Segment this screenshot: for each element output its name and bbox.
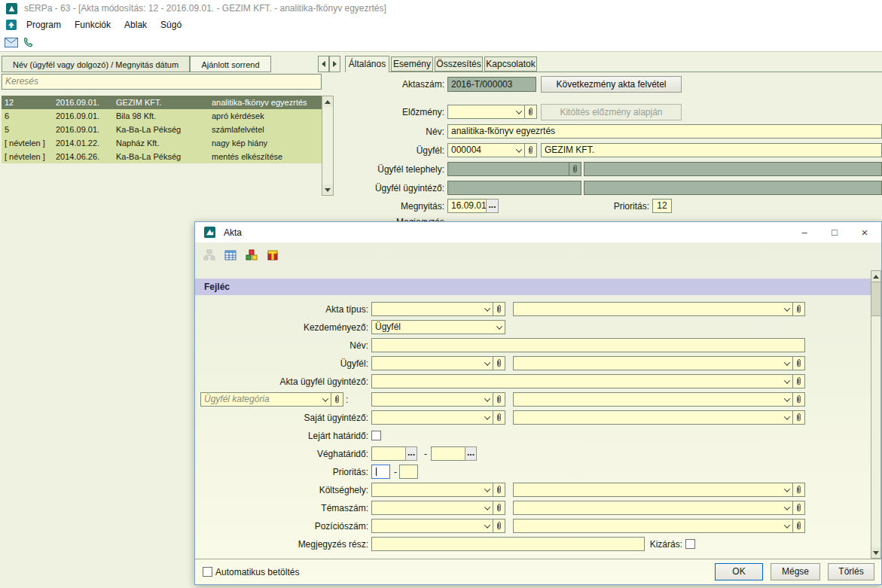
menu-item-program[interactable]: Program xyxy=(20,17,68,33)
chevron-down-icon[interactable] xyxy=(781,357,792,370)
paperclip-icon[interactable] xyxy=(493,393,505,406)
chevron-down-icon[interactable] xyxy=(481,501,493,514)
paperclip-icon[interactable] xyxy=(524,105,536,118)
paperclip-icon[interactable] xyxy=(792,357,804,370)
chevron-down-icon[interactable] xyxy=(319,393,331,406)
paperclip-icon[interactable] xyxy=(792,501,804,514)
ugyfel-code-combo[interactable] xyxy=(371,356,505,370)
paperclip-icon[interactable] xyxy=(493,357,505,370)
package-icon[interactable] xyxy=(264,248,281,263)
scroll-down-button[interactable] xyxy=(322,184,333,195)
megse-button[interactable]: Mégse xyxy=(771,563,820,580)
chevron-down-icon[interactable] xyxy=(481,357,493,370)
kovetkezmeny-akta-button[interactable]: Következmény akta felvétel xyxy=(541,76,682,93)
cubes-icon[interactable] xyxy=(243,248,260,263)
list-item[interactable]: [ névtelen ] 2014.01.22. Napház Kft. nag… xyxy=(2,136,322,150)
close-button[interactable]: × xyxy=(850,222,880,242)
megjegyzes-resz-field[interactable] xyxy=(371,537,645,551)
elozmeny-combo[interactable] xyxy=(447,105,537,119)
kezdemenyezo-combo[interactable]: Ügyfél xyxy=(371,320,505,334)
ugyfel-code-combo[interactable]: 000004 xyxy=(447,143,537,157)
sajat-ugyintezo-name-combo[interactable] xyxy=(513,410,805,425)
paperclip-icon[interactable] xyxy=(792,393,804,406)
minimize-button[interactable]: – xyxy=(789,222,819,242)
paperclip-icon[interactable] xyxy=(493,483,505,496)
chevron-down-icon[interactable] xyxy=(781,375,792,388)
list-scrollbar[interactable] xyxy=(322,96,334,196)
prioritas-field[interactable]: 12 xyxy=(652,199,672,213)
tab-kapcsolatok[interactable]: Kapcsolatok xyxy=(484,56,537,72)
veghatarido-from-field[interactable] xyxy=(371,446,406,461)
table-icon[interactable] xyxy=(222,248,239,263)
chevron-down-icon[interactable] xyxy=(481,411,493,424)
temaszam-code-combo[interactable] xyxy=(371,501,505,515)
chevron-down-icon[interactable] xyxy=(493,321,505,334)
paperclip-icon[interactable] xyxy=(493,519,505,532)
auto-betoltes-checkbox[interactable] xyxy=(203,567,212,577)
temaszam-name-combo[interactable] xyxy=(513,501,805,515)
phone-icon[interactable] xyxy=(20,35,36,50)
ugyfel-kategoria-combo[interactable]: Ügyfél kategória xyxy=(200,392,343,407)
scroll-up-button[interactable] xyxy=(322,96,333,107)
paperclip-icon[interactable] xyxy=(792,519,804,532)
chevron-down-icon[interactable] xyxy=(781,483,792,496)
tab-esemeny[interactable]: Esemény xyxy=(391,56,433,72)
koltseghely-name-combo[interactable] xyxy=(513,483,805,497)
akta-ugyfel-ugyintezo-combo[interactable] xyxy=(371,374,805,388)
paperclip-icon[interactable] xyxy=(331,393,343,406)
list-item[interactable]: [ névtelen ] 2014.06.26. Ka-Ba-La Pékség… xyxy=(2,150,322,163)
akta-tipus-name-combo[interactable] xyxy=(513,302,805,316)
paperclip-icon[interactable] xyxy=(493,501,505,514)
megnyitas-ellipsis-button[interactable]: ... xyxy=(486,199,499,213)
chevron-down-icon[interactable] xyxy=(513,105,524,118)
veghatarido-to-ellipsis-button[interactable]: ... xyxy=(465,446,477,461)
koltseghely-code-combo[interactable] xyxy=(371,483,505,497)
paperclip-icon[interactable] xyxy=(524,144,536,157)
ugyfel-name-combo[interactable] xyxy=(513,356,805,370)
chevron-down-icon[interactable] xyxy=(481,393,493,406)
paperclip-icon[interactable] xyxy=(493,411,505,424)
pozicioszam-code-combo[interactable] xyxy=(371,519,505,533)
kategoria-code-combo[interactable] xyxy=(371,392,505,407)
torles-button[interactable]: Törlés xyxy=(828,563,874,580)
menu-item-funkciok[interactable]: Funkciók xyxy=(68,17,117,33)
kizaras-checkbox[interactable] xyxy=(685,539,695,549)
scrollbar-thumb[interactable] xyxy=(871,282,880,316)
list-item[interactable]: 6 2016.09.01. Bila 98 Kft. apró kérdések xyxy=(2,109,322,123)
chevron-down-icon[interactable] xyxy=(513,144,524,157)
chevron-down-icon[interactable] xyxy=(781,519,792,532)
ok-button[interactable]: OK xyxy=(715,563,763,580)
scroll-up-button[interactable] xyxy=(871,271,880,282)
mdi-child-icon[interactable] xyxy=(3,17,20,32)
dialog-scrollbar[interactable] xyxy=(871,270,881,559)
tab-osszesites[interactable]: Összesítés xyxy=(435,56,483,72)
chevron-down-icon[interactable] xyxy=(481,519,493,532)
ugyfel-code-value[interactable]: 000004 xyxy=(448,144,513,157)
nev-input[interactable] xyxy=(371,338,805,352)
chevron-down-icon[interactable] xyxy=(781,501,792,514)
kezdemenyezo-value[interactable]: Ügyfél xyxy=(372,321,493,334)
list-item[interactable]: 12 2016.09.01. GEZIM KFT. analitika-fkön… xyxy=(2,96,322,109)
lejart-hatarido-checkbox[interactable] xyxy=(371,431,381,440)
paperclip-icon[interactable] xyxy=(792,303,804,315)
sajat-ugyintezo-code-combo[interactable] xyxy=(371,410,505,425)
mail-icon[interactable] xyxy=(3,35,20,50)
paperclip-icon[interactable] xyxy=(792,375,804,388)
search-input[interactable]: Keresés xyxy=(2,74,322,90)
veghatarido-to-field[interactable] xyxy=(431,446,465,461)
akta-tipus-code-combo[interactable] xyxy=(371,302,505,316)
ugyfel-name-field[interactable]: GEZIM KFT. xyxy=(541,143,882,157)
maximize-button[interactable]: □ xyxy=(819,222,850,242)
paperclip-icon[interactable] xyxy=(792,411,804,424)
nev-field[interactable]: analitika-fkönyv egyezrtés xyxy=(447,124,882,139)
elozmeny-combo-value[interactable] xyxy=(448,105,513,118)
menu-item-ablak[interactable]: Ablak xyxy=(117,17,154,33)
paperclip-icon[interactable] xyxy=(493,303,505,315)
tab-altalanos[interactable]: Általános xyxy=(345,56,389,72)
scroll-down-button[interactable] xyxy=(871,547,880,558)
ugyfel-kategoria-placeholder[interactable]: Ügyfél kategória xyxy=(201,393,319,406)
prev-sort-button[interactable] xyxy=(318,56,329,72)
next-sort-button[interactable] xyxy=(329,56,340,72)
menu-item-sugo[interactable]: Súgó xyxy=(154,17,188,33)
megnyitas-field[interactable]: 16.09.01. xyxy=(447,199,487,213)
